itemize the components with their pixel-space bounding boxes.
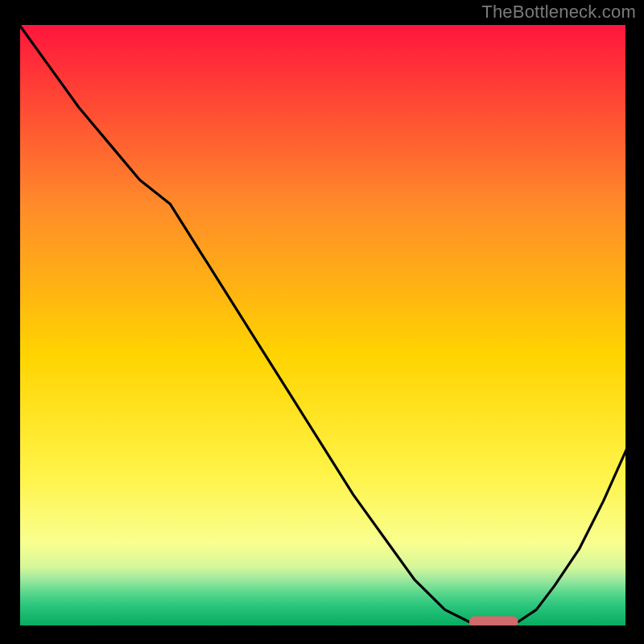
watermark-text: TheBottleneck.com bbox=[481, 2, 636, 23]
gradient-background bbox=[18, 23, 628, 628]
bottleneck-chart bbox=[0, 0, 644, 644]
chart-frame: { "watermark": "TheBottleneck.com", "col… bbox=[0, 0, 644, 644]
